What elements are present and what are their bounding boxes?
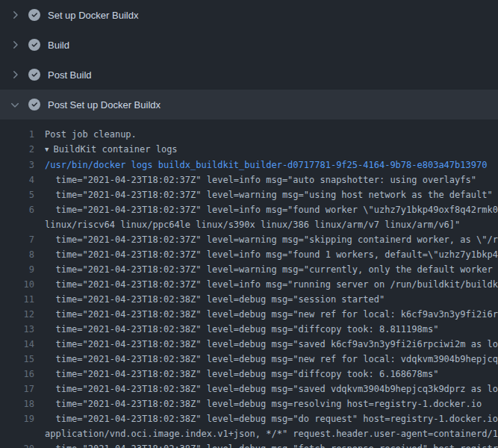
log-line-number[interactable]: 4 bbox=[0, 172, 39, 187]
log-text: Post job cleanup. bbox=[45, 127, 498, 142]
log-line-content: time="2021-04-23T18:02:38Z" level=debug … bbox=[39, 352, 498, 367]
log-line: 13 time="2021-04-23T18:02:38Z" level=deb… bbox=[0, 322, 498, 337]
log-line: 3 /usr/bin/docker logs buildx_buildkit_b… bbox=[0, 158, 498, 172]
log-line-content: time="2021-04-23T18:02:38Z" level=debug … bbox=[39, 396, 498, 411]
log-line-number[interactable]: 3 bbox=[0, 158, 39, 172]
log-line-content: ▼BuildKit container logs bbox=[39, 142, 498, 158]
log-text: ▼BuildKit container logs bbox=[45, 142, 498, 158]
log-text: time="2021-04-23T18:02:38Z" level=debug … bbox=[45, 367, 498, 382]
step-section-post-build[interactable]: Post Build bbox=[0, 60, 498, 90]
log-line-content: time="2021-04-23T18:02:38Z" level=debug … bbox=[39, 411, 498, 441]
log-line-number[interactable]: 2 bbox=[0, 142, 39, 158]
log-area: 1 Post job cleanup. 2 ▼BuildKit containe… bbox=[0, 119, 498, 448]
log-line: 5 time="2021-04-23T18:02:37Z" level=warn… bbox=[0, 187, 498, 202]
log-line-number[interactable]: 11 bbox=[0, 292, 39, 307]
log-line: 20 time="2021-04-23T18:02:38Z" level=deb… bbox=[0, 441, 498, 448]
log-line-number[interactable]: 15 bbox=[0, 352, 39, 367]
log-line-content: /usr/bin/docker logs buildx_buildkit_bui… bbox=[39, 158, 498, 172]
log-line: 6 time="2021-04-23T18:02:37Z" level=info… bbox=[0, 202, 498, 232]
chevron-right-icon bbox=[9, 39, 21, 51]
step-label: Build bbox=[48, 40, 69, 51]
chevron-right-icon bbox=[9, 9, 21, 21]
log-line-number[interactable]: 1 bbox=[0, 127, 39, 142]
log-line-number[interactable]: 17 bbox=[0, 382, 39, 396]
log-line-content: time="2021-04-23T18:02:37Z" level=info m… bbox=[39, 247, 498, 262]
step-section-build[interactable]: Build bbox=[0, 30, 498, 60]
log-line-number[interactable]: 19 bbox=[0, 411, 39, 441]
log-line-content: time="2021-04-23T18:02:38Z" level=debug … bbox=[39, 382, 498, 396]
log-line-number[interactable]: 20 bbox=[0, 441, 39, 448]
group-toggle-icon[interactable]: ▼ bbox=[45, 142, 49, 157]
step-label: Set up Docker Buildx bbox=[48, 10, 138, 21]
log-line: 19 time="2021-04-23T18:02:38Z" level=deb… bbox=[0, 411, 498, 441]
log-line-number[interactable]: 18 bbox=[0, 396, 39, 411]
log-text: time="2021-04-23T18:02:37Z" level=info m… bbox=[45, 172, 498, 187]
log-line: 17 time="2021-04-23T18:02:38Z" level=deb… bbox=[0, 382, 498, 396]
log-line: 12 time="2021-04-23T18:02:38Z" level=deb… bbox=[0, 307, 498, 322]
log-line-content: time="2021-04-23T18:02:37Z" level=info m… bbox=[39, 172, 498, 187]
log-line-number[interactable]: 13 bbox=[0, 322, 39, 337]
log-line: 10 time="2021-04-23T18:02:37Z" level=inf… bbox=[0, 277, 498, 292]
step-section-set-up-docker-buildx[interactable]: Set up Docker Buildx bbox=[0, 0, 498, 30]
log-text: time="2021-04-23T18:02:38Z" level=debug … bbox=[45, 382, 498, 396]
log-line-number[interactable]: 6 bbox=[0, 202, 39, 232]
log-line: 7 time="2021-04-23T18:02:37Z" level=warn… bbox=[0, 232, 498, 247]
log-line: 14 time="2021-04-23T18:02:38Z" level=deb… bbox=[0, 337, 498, 352]
log-line-number[interactable]: 14 bbox=[0, 337, 39, 352]
log-line-content: time="2021-04-23T18:02:38Z" level=debug … bbox=[39, 367, 498, 382]
check-circle-icon bbox=[28, 9, 40, 21]
log-text-wrap: linux/riscv64 linux/ppc64le linux/s390x … bbox=[45, 217, 498, 232]
step-section-post-set-up-docker-buildx[interactable]: Post Set up Docker Buildx bbox=[0, 90, 498, 119]
log-line-content: time="2021-04-23T18:02:38Z" level=debug … bbox=[39, 337, 498, 352]
log-text: time="2021-04-23T18:02:38Z" level=debug … bbox=[45, 352, 498, 367]
log-line-content: time="2021-04-23T18:02:37Z" level=info m… bbox=[39, 202, 498, 232]
chevron-down-icon bbox=[9, 99, 21, 111]
log-line: 2 ▼BuildKit container logs bbox=[0, 142, 498, 158]
log-text: time="2021-04-23T18:02:38Z" level=debug … bbox=[45, 396, 498, 411]
log-text: time="2021-04-23T18:02:37Z" level=warnin… bbox=[45, 187, 498, 202]
log-line-content: Post job cleanup. bbox=[39, 127, 498, 142]
log-text: time="2021-04-23T18:02:38Z" level=debug … bbox=[45, 411, 498, 426]
log-line: 11 time="2021-04-23T18:02:38Z" level=deb… bbox=[0, 292, 498, 307]
log-text: time="2021-04-23T18:02:37Z" level=warnin… bbox=[45, 232, 498, 247]
log-line: 1 Post job cleanup. bbox=[0, 127, 498, 142]
log-line-number[interactable]: 7 bbox=[0, 232, 39, 247]
log-line: 15 time="2021-04-23T18:02:38Z" level=deb… bbox=[0, 352, 498, 367]
log-line-content: time="2021-04-23T18:02:38Z" level=debug … bbox=[39, 322, 498, 337]
log-line-content: time="2021-04-23T18:02:38Z" level=debug … bbox=[39, 307, 498, 322]
check-circle-icon bbox=[28, 69, 40, 81]
log-line-content: time="2021-04-23T18:02:38Z" level=debug … bbox=[39, 441, 498, 448]
log-line-number[interactable]: 16 bbox=[0, 367, 39, 382]
log-text: time="2021-04-23T18:02:37Z" level=info m… bbox=[45, 277, 498, 292]
log-line-content: time="2021-04-23T18:02:37Z" level=warnin… bbox=[39, 262, 498, 277]
log-text: time="2021-04-23T18:02:38Z" level=debug … bbox=[45, 441, 498, 448]
log-text: time="2021-04-23T18:02:38Z" level=debug … bbox=[45, 307, 498, 322]
log-line-number[interactable]: 9 bbox=[0, 262, 39, 277]
log-text: time="2021-04-23T18:02:38Z" level=debug … bbox=[45, 322, 498, 337]
log-line-number[interactable]: 10 bbox=[0, 277, 39, 292]
step-label: Post Build bbox=[48, 69, 92, 81]
steps-list: Set up Docker Buildx Build bbox=[0, 0, 498, 119]
check-circle-icon bbox=[28, 39, 40, 51]
log-text: time="2021-04-23T18:02:38Z" level=debug … bbox=[45, 337, 498, 352]
log-line-number[interactable]: 12 bbox=[0, 307, 39, 322]
log-line: 16 time="2021-04-23T18:02:38Z" level=deb… bbox=[0, 367, 498, 382]
group-label[interactable]: BuildKit container logs bbox=[53, 144, 177, 155]
log-line-content: time="2021-04-23T18:02:37Z" level=warnin… bbox=[39, 187, 498, 202]
log-line-number[interactable]: 5 bbox=[0, 187, 39, 202]
log-text: time="2021-04-23T18:02:37Z" level=info m… bbox=[45, 247, 498, 262]
log-text: time="2021-04-23T18:02:38Z" level=debug … bbox=[45, 292, 498, 307]
log-line-content: time="2021-04-23T18:02:37Z" level=warnin… bbox=[39, 232, 498, 247]
step-label: Post Set up Docker Buildx bbox=[48, 99, 161, 111]
log-line-content: time="2021-04-23T18:02:38Z" level=debug … bbox=[39, 292, 498, 307]
log-line-number[interactable]: 8 bbox=[0, 247, 39, 262]
log-text-wrap: application/vnd.oci.image.index.v1+json,… bbox=[45, 426, 498, 441]
log-text: time="2021-04-23T18:02:37Z" level=warnin… bbox=[45, 262, 498, 277]
check-circle-icon bbox=[28, 99, 40, 111]
log-text: time="2021-04-23T18:02:37Z" level=info m… bbox=[45, 202, 498, 217]
log-line: 9 time="2021-04-23T18:02:37Z" level=warn… bbox=[0, 262, 498, 277]
log-line-content: time="2021-04-23T18:02:37Z" level=info m… bbox=[39, 277, 498, 292]
chevron-right-icon bbox=[9, 69, 21, 81]
actions-log-viewer: Set up Docker Buildx Build bbox=[0, 0, 498, 448]
log-line: 8 time="2021-04-23T18:02:37Z" level=info… bbox=[0, 247, 498, 262]
